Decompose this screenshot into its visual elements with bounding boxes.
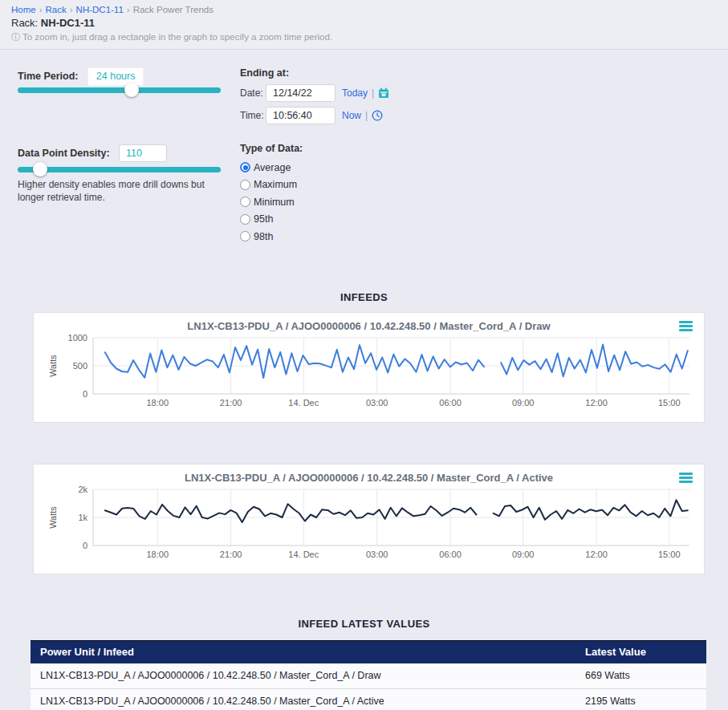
svg-text:1000: 1000 bbox=[68, 333, 87, 343]
svg-text:12:00: 12:00 bbox=[585, 398, 608, 408]
radio-label: Minimum bbox=[254, 197, 295, 208]
svg-text:06:00: 06:00 bbox=[439, 398, 462, 408]
radio-icon bbox=[240, 197, 250, 207]
svg-text:0: 0 bbox=[83, 389, 87, 399]
radio-icon bbox=[240, 162, 250, 172]
slider-handle[interactable] bbox=[33, 162, 47, 176]
infeeds-section-title: INFEEDS bbox=[0, 291, 728, 303]
svg-text:Watts: Watts bbox=[48, 506, 58, 529]
type-of-data-options: Average Maximum Minimum 95th 98th bbox=[240, 159, 297, 245]
today-link[interactable]: Today bbox=[342, 87, 368, 99]
svg-text:03:00: 03:00 bbox=[366, 398, 388, 408]
table-row: LN1X-CB13-PDU_A / AJOO0000006 / 10.42.24… bbox=[31, 689, 706, 710]
time-period-label: Time Period: bbox=[18, 71, 78, 82]
date-row: Date: Today | bbox=[240, 84, 389, 102]
density-input[interactable] bbox=[119, 144, 167, 162]
slider-handle[interactable] bbox=[124, 83, 139, 97]
density-row: Data Point Density: bbox=[18, 144, 167, 162]
latest-values-section-title: INFEED LATEST VALUES bbox=[0, 618, 728, 630]
slider-track bbox=[18, 167, 221, 172]
breadcrumb-current: Rack Power Trends bbox=[133, 5, 214, 14]
type-of-data-label: Type of Data: bbox=[240, 143, 303, 154]
page-header: Home›Rack›NH-DC1-11›Rack Power Trends Ra… bbox=[0, 0, 728, 50]
svg-text:15:00: 15:00 bbox=[658, 550, 681, 559]
svg-text:09:00: 09:00 bbox=[512, 398, 535, 408]
infeed-name-cell: LN1X-CB13-PDU_A / AJOO0000006 / 10.42.24… bbox=[31, 663, 575, 689]
pipe-separator: | bbox=[372, 87, 374, 99]
radio-label: Average bbox=[254, 162, 291, 173]
infeed-latest-values-table: Power Unit / Infeed Latest Value LN1X-CB… bbox=[31, 640, 706, 710]
rack-label: Rack: bbox=[11, 17, 38, 29]
table-row: LN1X-CB13-PDU_A / AJOO0000006 / 10.42.24… bbox=[31, 663, 706, 689]
breadcrumb-rack[interactable]: Rack bbox=[46, 5, 67, 14]
radio-label: 95th bbox=[254, 213, 273, 225]
radio-icon bbox=[240, 180, 250, 190]
calendar-icon[interactable] bbox=[378, 87, 389, 99]
svg-text:1k: 1k bbox=[78, 513, 87, 522]
latest-value-cell: 669 Watts bbox=[575, 663, 706, 689]
radio-label: 98th bbox=[254, 231, 273, 242]
radio-option-98th[interactable]: 98th bbox=[240, 228, 297, 245]
svg-text:14. Dec: 14. Dec bbox=[288, 398, 319, 408]
slider-track bbox=[18, 87, 221, 93]
density-label: Data Point Density: bbox=[18, 148, 110, 159]
chart-menu-icon[interactable] bbox=[679, 321, 693, 333]
zoom-hint: ⓘTo zoom in, just drag a rectangle in th… bbox=[11, 31, 717, 43]
now-link[interactable]: Now bbox=[342, 110, 361, 121]
breadcrumb-separator: › bbox=[127, 5, 130, 14]
breadcrumb-separator: › bbox=[70, 5, 73, 14]
line-chart-active[interactable]: 01k2k18:0021:0014. Dec03:0006:0009:0012:… bbox=[45, 484, 693, 565]
radio-option-average[interactable]: Average bbox=[240, 159, 297, 176]
radio-option-maximum[interactable]: Maximum bbox=[240, 176, 297, 194]
density-slider[interactable] bbox=[18, 162, 221, 176]
svg-text:0: 0 bbox=[83, 541, 87, 550]
chart-title: LN1X-CB13-PDU_A / AJOO0000006 / 10.42.24… bbox=[45, 472, 693, 484]
svg-text:21:00: 21:00 bbox=[220, 550, 242, 559]
time-row: Time: Now | bbox=[240, 107, 383, 124]
breadcrumb-rack-name[interactable]: NH-DC1-11 bbox=[76, 5, 124, 14]
latest-value-cell: 2195 Watts bbox=[575, 689, 706, 710]
ending-at-label: Ending at: bbox=[240, 67, 289, 79]
pipe-separator: | bbox=[365, 110, 368, 121]
trend-controls: Time Period: 24 hours Ending at: Date: T… bbox=[0, 50, 728, 278]
rack-title: Rack: NH-DC1-11 bbox=[11, 17, 717, 29]
date-input[interactable] bbox=[266, 84, 336, 102]
date-label: Date: bbox=[240, 87, 266, 99]
chart-menu-icon[interactable] bbox=[679, 473, 693, 485]
column-header-power-unit: Power Unit / Infeed bbox=[31, 641, 575, 664]
chart-card-active: LN1X-CB13-PDU_A / AJOO0000006 / 10.42.24… bbox=[33, 464, 705, 574]
radio-label: Maximum bbox=[254, 179, 297, 190]
svg-text:12:00: 12:00 bbox=[585, 550, 608, 559]
chart-card-draw: LN1X-CB13-PDU_A / AJOO0000006 / 10.42.24… bbox=[33, 312, 705, 423]
svg-text:03:00: 03:00 bbox=[366, 550, 388, 559]
radio-icon bbox=[240, 231, 250, 241]
svg-text:09:00: 09:00 bbox=[512, 550, 535, 559]
rack-name: NH-DC1-11 bbox=[41, 17, 95, 29]
clock-icon[interactable] bbox=[372, 110, 383, 121]
table-header-row: Power Unit / Infeed Latest Value bbox=[31, 641, 706, 664]
svg-text:06:00: 06:00 bbox=[439, 550, 462, 559]
time-label: Time: bbox=[240, 110, 266, 121]
infeed-name-cell: LN1X-CB13-PDU_A / AJOO0000006 / 10.42.24… bbox=[31, 689, 575, 710]
radio-option-95th[interactable]: 95th bbox=[240, 211, 297, 229]
svg-text:500: 500 bbox=[73, 361, 87, 371]
breadcrumb-home[interactable]: Home bbox=[11, 5, 36, 14]
density-help-text: Higher density enables more drill downs … bbox=[18, 178, 228, 204]
time-period-slider[interactable] bbox=[18, 83, 221, 97]
line-chart-draw[interactable]: 0500100018:0021:0014. Dec03:0006:0009:00… bbox=[45, 332, 693, 413]
svg-text:Watts: Watts bbox=[48, 355, 58, 377]
time-input[interactable] bbox=[266, 107, 336, 124]
svg-text:14. Dec: 14. Dec bbox=[288, 550, 319, 559]
breadcrumb-separator: › bbox=[39, 5, 43, 14]
svg-text:18:00: 18:00 bbox=[146, 550, 169, 559]
zoom-hint-text: To zoom in, just drag a rectangle in the… bbox=[22, 32, 332, 42]
radio-option-minimum[interactable]: Minimum bbox=[240, 193, 297, 211]
svg-text:2k: 2k bbox=[78, 485, 87, 494]
info-icon: ⓘ bbox=[11, 32, 20, 42]
svg-text:18:00: 18:00 bbox=[146, 398, 169, 408]
breadcrumb: Home›Rack›NH-DC1-11›Rack Power Trends bbox=[11, 5, 717, 14]
column-header-latest-value: Latest Value bbox=[575, 641, 706, 664]
chart-title: LN1X-CB13-PDU_A / AJOO0000006 / 10.42.24… bbox=[45, 320, 693, 332]
radio-icon bbox=[240, 214, 250, 225]
svg-text:21:00: 21:00 bbox=[220, 398, 242, 408]
